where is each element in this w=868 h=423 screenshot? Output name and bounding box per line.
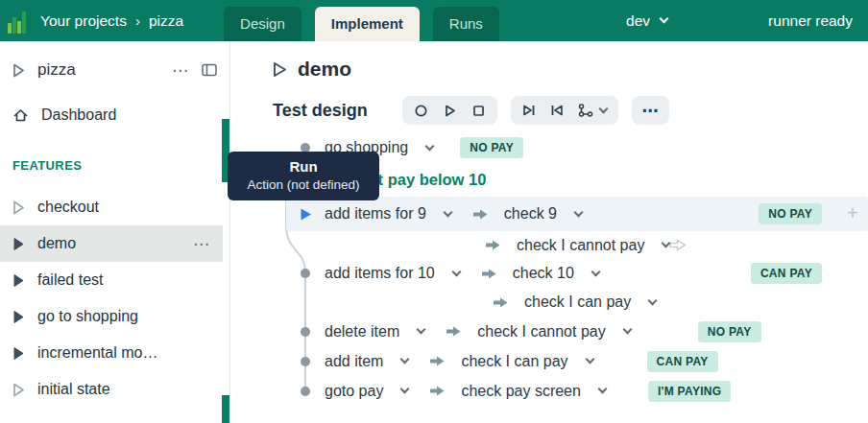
sidebar-item-initial-state[interactable]: initial state <box>0 371 223 408</box>
feature-label: failed test <box>37 271 103 289</box>
flow-row-delete-item[interactable]: delete item check I cannot pay NO PAY <box>230 317 868 346</box>
toolbar-more-button[interactable]: ⋯ <box>632 96 669 125</box>
sidebar-item-incremental[interactable]: incremental mo… <box>0 335 223 371</box>
chevron-down-icon[interactable] <box>425 141 435 151</box>
chevron-down-icon[interactable] <box>597 385 607 394</box>
feature-more-icon[interactable]: ⋯ <box>193 236 210 252</box>
step-label[interactable]: add items for 9 <box>325 205 426 223</box>
chevron-down-icon[interactable] <box>622 325 632 335</box>
status-badge: NO PAY <box>759 203 822 224</box>
play-outline-icon[interactable] <box>273 61 287 78</box>
check-label[interactable]: check I can pay <box>461 353 567 370</box>
breadcrumb-projects-link[interactable]: Your projects <box>40 12 127 30</box>
check-label[interactable]: check pay screen <box>461 383 581 400</box>
step-label[interactable]: add item <box>325 353 383 370</box>
chevron-down-icon[interactable] <box>417 325 426 335</box>
chevron-down-icon[interactable] <box>400 385 410 394</box>
chevron-down-icon[interactable] <box>585 355 594 364</box>
features-section-label: FEATURES <box>0 154 229 176</box>
record-button[interactable] <box>414 104 428 118</box>
check-label[interactable]: check I can pay <box>524 294 631 311</box>
sidebar-item-go-to-shopping[interactable]: go to shopping <box>0 298 223 335</box>
reset-to-start-button[interactable] <box>550 104 564 117</box>
flow-row-add-items-9[interactable]: add items for 9 check 9 NO PAY + <box>286 197 868 231</box>
branch-icon <box>578 104 593 117</box>
chevron-down-icon[interactable] <box>648 295 658 305</box>
status-badge: NO PAY <box>698 321 761 342</box>
chevron-down-icon[interactable] <box>400 355 410 364</box>
stop-button[interactable] <box>471 104 486 118</box>
arrow-right-icon <box>472 208 489 221</box>
top-header: Your projects › pizza Design Implement R… <box>0 0 868 41</box>
sidebar-item-demo[interactable]: demo ⋯ <box>0 225 223 262</box>
flow-row-add-items-10[interactable]: add items for 10 check 10 CAN PAY <box>230 259 868 288</box>
flow-row-check-can-pay[interactable]: check I can pay <box>230 288 868 317</box>
run-cursor-play-icon[interactable] <box>300 207 311 222</box>
tooltip-title: Run <box>233 158 374 175</box>
project-more-icon[interactable]: ⋯ <box>172 62 189 79</box>
status-badge: CAN PAY <box>751 263 822 284</box>
play-button[interactable] <box>443 104 457 118</box>
tab-design[interactable]: Design <box>224 7 301 41</box>
step-bullet <box>301 387 310 396</box>
run-controls-group <box>402 96 497 125</box>
flow-row-check-cannot-pay[interactable]: check I cannot pay <box>230 231 868 259</box>
check-label[interactable]: check 9 <box>504 205 557 223</box>
test-design-label: Test design <box>273 101 368 121</box>
feature-label: demo <box>37 235 76 252</box>
play-outline-icon <box>12 63 25 78</box>
feature-label: checkout <box>37 199 99 216</box>
check-label[interactable]: check I cannot pay <box>517 237 644 254</box>
play-filled-icon <box>12 346 25 361</box>
check-label[interactable]: check I cannot pay <box>477 323 605 341</box>
chevron-down-icon[interactable] <box>574 207 584 217</box>
status-badge: NO PAY <box>460 137 523 158</box>
features-list: checkout demo ⋯ failed test go to shoppi… <box>0 189 229 408</box>
tab-runs[interactable]: Runs <box>433 7 499 41</box>
flow-row-add-item[interactable]: add item check I can pay CAN PAY <box>230 346 868 376</box>
step-bullet <box>301 327 310 337</box>
play-outline-icon <box>12 200 25 215</box>
arrow-right-outline-icon[interactable] <box>669 239 687 251</box>
breadcrumb-current: pizza <box>149 12 183 30</box>
play-filled-icon <box>12 310 25 324</box>
branch-options-button[interactable] <box>578 104 607 117</box>
test-design-toolbar: Test design ⋯ <box>273 95 868 126</box>
step-label[interactable]: delete item <box>325 323 399 341</box>
status-badge: I'M PAYING <box>648 381 732 402</box>
run-to-end-button[interactable] <box>522 104 536 117</box>
step-label[interactable]: add items for 10 <box>325 265 435 282</box>
tab-implement[interactable]: Implement <box>315 7 420 41</box>
play-filled-icon <box>12 273 25 288</box>
feature-label: initial state <box>37 381 110 398</box>
add-step-button[interactable]: + <box>847 201 858 224</box>
arrow-right-icon <box>446 325 462 338</box>
branch-name: dev <box>626 12 650 30</box>
sidebar-item-failed-test[interactable]: failed test <box>0 262 223 298</box>
arrow-right-icon <box>493 296 509 309</box>
breadcrumb-separator: › <box>135 12 140 29</box>
chevron-down-icon <box>660 14 669 24</box>
step-bullet <box>301 269 310 278</box>
arrow-right-icon <box>481 268 497 280</box>
feature-label: incremental mo… <box>37 344 157 362</box>
app-logo-icon[interactable] <box>8 9 31 34</box>
play-filled-icon <box>12 237 25 251</box>
chevron-down-icon[interactable] <box>591 267 600 276</box>
collapse-panel-icon[interactable] <box>202 63 217 77</box>
sidebar-project-row[interactable]: pizza ⋯ <box>0 53 229 87</box>
flow-row-goto-pay[interactable]: goto pay check pay screen I'M PAYING <box>230 376 868 406</box>
step-label[interactable]: goto pay <box>325 383 383 400</box>
step-bullet <box>301 357 310 366</box>
chevron-down-icon[interactable] <box>443 207 452 217</box>
arrow-right-icon <box>429 385 446 397</box>
chevron-down-icon[interactable] <box>451 267 461 276</box>
branch-selector[interactable]: dev <box>626 12 667 30</box>
check-label[interactable]: check 10 <box>513 265 574 282</box>
sidebar-item-checkout[interactable]: checkout <box>0 189 223 225</box>
sidebar-item-dashboard[interactable]: Dashboard <box>0 99 229 131</box>
project-name: pizza <box>37 60 76 80</box>
page-title: demo <box>298 58 351 81</box>
dashboard-label: Dashboard <box>41 106 116 124</box>
sidebar-scrollbar-thumb[interactable] <box>222 395 229 423</box>
